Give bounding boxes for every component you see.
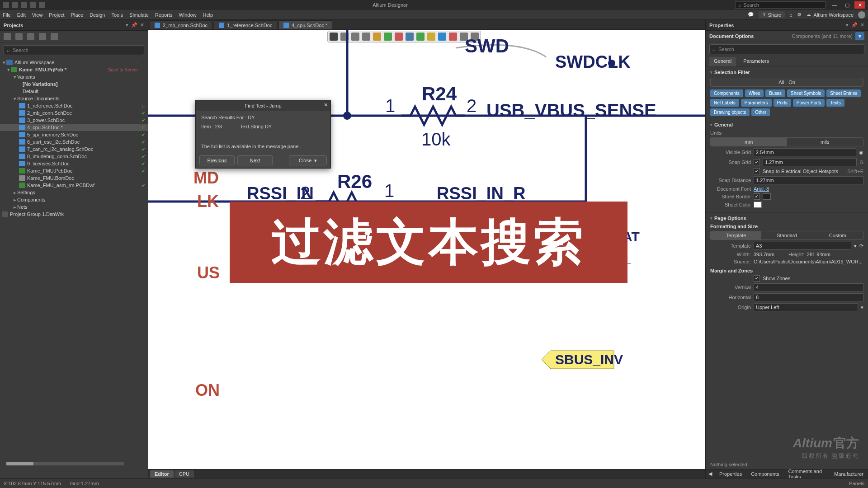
filter-chip[interactable]: Other — [751, 108, 770, 116]
scroll-left-icon[interactable]: ◀ — [706, 471, 715, 477]
template-select[interactable]: A3 — [754, 242, 851, 250]
tree-bomdoc[interactable]: Kame_FMU.BomDoc — [0, 174, 148, 182]
menu-project[interactable]: Project — [49, 12, 64, 18]
tree-doc[interactable]: 5_spi_memory.SchDoc✔ — [0, 131, 148, 138]
notifications-icon[interactable]: 💬 — [748, 12, 754, 18]
filter-chip[interactable]: Sheet Symbols — [787, 89, 825, 97]
visible-grid-field[interactable]: 2.54mm — [754, 148, 856, 156]
filter-chip[interactable]: Parameters — [741, 99, 772, 107]
fmt-template[interactable]: Template — [711, 231, 761, 239]
tree-workspace[interactable]: ▾Altium Workspace⋯ — [0, 59, 148, 66]
tree-nets[interactable]: ▸Nets — [0, 203, 148, 211]
tree-doc[interactable]: 4_cpu.SchDoc *□ — [0, 124, 148, 131]
refresh-icon[interactable] — [39, 33, 46, 40]
menu-simulate[interactable]: Simulate — [129, 12, 149, 18]
bt-manufacturer[interactable]: Manufacturer — [830, 470, 868, 478]
tree-doc[interactable]: 7_can_rc_i2c_analog.SchDoc✔ — [0, 145, 148, 153]
pin-icon[interactable]: 📌 — [131, 22, 137, 28]
redo-icon[interactable] — [39, 2, 45, 8]
tree-no-variation[interactable]: [No Variations] — [0, 80, 148, 88]
panel-close-icon[interactable]: ✕ — [860, 22, 864, 28]
tree-doc[interactable]: 8_imudebug_conn.SchDoc✔ — [0, 153, 148, 160]
maximize-button[interactable]: ▢ — [842, 1, 853, 9]
next-button[interactable]: Next — [237, 155, 273, 165]
snap-grid-field[interactable]: 1.27mm — [763, 158, 857, 166]
components-more[interactable]: Components (and 11 more) — [792, 33, 853, 39]
workspace-label[interactable]: Altium Workspace — [814, 12, 854, 18]
filter-chip[interactable]: Drawing objects — [710, 108, 750, 116]
chevron-down-icon[interactable]: ▾ — [861, 305, 863, 310]
filter-chip[interactable]: Ports — [774, 99, 791, 107]
menu-file[interactable]: File — [3, 12, 11, 18]
tree-scrollbar[interactable] — [6, 462, 124, 465]
snap-distance-field[interactable]: 1.27mm — [754, 176, 863, 184]
panel-close-icon[interactable]: ✕ — [140, 22, 144, 28]
sheet-border-color[interactable] — [763, 193, 771, 200]
filter-chip[interactable]: Power Ports — [793, 99, 825, 107]
menu-tools[interactable]: Tools — [111, 12, 123, 18]
tab-parameters[interactable]: Parameters — [739, 57, 774, 66]
home-icon[interactable]: ⌂ — [789, 12, 793, 18]
minimize-button[interactable]: — — [829, 1, 840, 9]
all-on-button[interactable]: All - On — [710, 78, 863, 87]
properties-search-input[interactable]: ⌕ Search — [709, 44, 864, 54]
tree-doc[interactable]: 9_licenses.SchDoc✔ — [0, 160, 148, 167]
tree-project[interactable]: ▾Kame_FMU.PrjPcb *Save to Server — [0, 66, 148, 73]
fmt-standard[interactable]: Standard — [761, 231, 812, 239]
editor-tab-cpu[interactable]: CPU — [175, 470, 194, 478]
tree-doc[interactable]: 6_uart_esc_i2c.SchDoc✔ — [0, 138, 148, 145]
template-dropdown-icon[interactable]: ▾ — [854, 243, 857, 249]
close-button[interactable]: Close▾ — [289, 155, 327, 165]
bt-components[interactable]: Components — [746, 470, 783, 478]
tree-pcbdwf[interactable]: Kame_FMU_asm_rm.PCBDwf✔ — [0, 182, 148, 189]
panel-menu-icon[interactable]: ▾ — [126, 22, 128, 28]
snap-elec-checkbox[interactable]: ✔ — [754, 168, 760, 174]
pin-icon[interactable]: 📌 — [851, 22, 858, 28]
global-search-input[interactable]: ⌕ Search — [735, 1, 826, 9]
filter-chip[interactable]: Texts — [826, 99, 844, 107]
document-tab[interactable]: 1_reference.SchDoc — [214, 20, 277, 29]
tree-source-docs[interactable]: ▾Source Documents — [0, 95, 148, 102]
section-selection-filter[interactable]: Selection Filter — [710, 70, 863, 75]
sheet-color-swatch[interactable] — [754, 202, 762, 208]
menu-reports[interactable]: Reports — [155, 12, 173, 18]
document-tab[interactable]: 2_mb_conn.SchDoc — [150, 20, 212, 29]
filter-chip[interactable]: Components — [710, 89, 743, 97]
save-icon[interactable] — [12, 2, 18, 8]
filter-chip[interactable]: Sheet Entries — [826, 89, 861, 97]
tree-settings[interactable]: ▸Settings — [0, 189, 148, 196]
close-window-button[interactable]: ✕ — [854, 1, 865, 9]
tree-components[interactable]: ▸Components — [0, 196, 148, 203]
filter-chip[interactable]: Buses — [765, 89, 785, 97]
units-mm[interactable]: mm — [711, 138, 787, 146]
vertical-field[interactable]: 4 — [754, 283, 863, 291]
sheet-border-checkbox[interactable]: ✔ — [754, 193, 760, 200]
document-font-link[interactable]: Arial, 8 — [754, 186, 769, 192]
units-mils[interactable]: mils — [787, 138, 863, 146]
tree-pcbdoc[interactable]: Kame_FMU.PcbDoc✔ — [0, 167, 148, 174]
tree-doc[interactable]: 2_mb_conn.SchDoc✔ — [0, 109, 148, 117]
bt-properties[interactable]: Properties — [715, 470, 746, 478]
show-zones-checkbox[interactable]: ✔ — [754, 275, 760, 282]
tree-doc[interactable]: 3_power.SchDoc✔ — [0, 117, 148, 124]
origin-select[interactable]: Upper Left — [754, 303, 858, 311]
filter-button[interactable]: ▼ — [855, 32, 864, 40]
tree-doc[interactable]: 1_reference.SchDoc□ — [0, 102, 148, 109]
document-tab[interactable]: 4_cpu.SchDoc * — [278, 20, 332, 29]
gear-icon[interactable]: ⚙ — [797, 12, 802, 18]
section-page-options[interactable]: Page Options — [710, 216, 863, 221]
fmt-custom[interactable]: Custom — [812, 231, 863, 239]
format-segmented[interactable]: Template Standard Custom — [710, 231, 863, 240]
menu-window[interactable]: Window — [179, 12, 196, 18]
menu-edit[interactable]: Edit — [17, 12, 26, 18]
menu-place[interactable]: Place — [71, 12, 84, 18]
filter-chip[interactable]: Wires — [745, 89, 764, 97]
template-refresh-icon[interactable]: ⟳ — [859, 243, 863, 249]
project-search-input[interactable]: ⌕ Search — [4, 45, 144, 55]
bt-comments[interactable]: Comments and Tasks — [784, 468, 830, 479]
eye-icon[interactable]: ◉ — [859, 150, 863, 155]
panel-menu-icon[interactable]: ▾ — [846, 22, 849, 28]
tab-general[interactable]: General — [709, 57, 736, 66]
avatar[interactable] — [858, 11, 865, 19]
menu-design[interactable]: Design — [90, 12, 105, 18]
